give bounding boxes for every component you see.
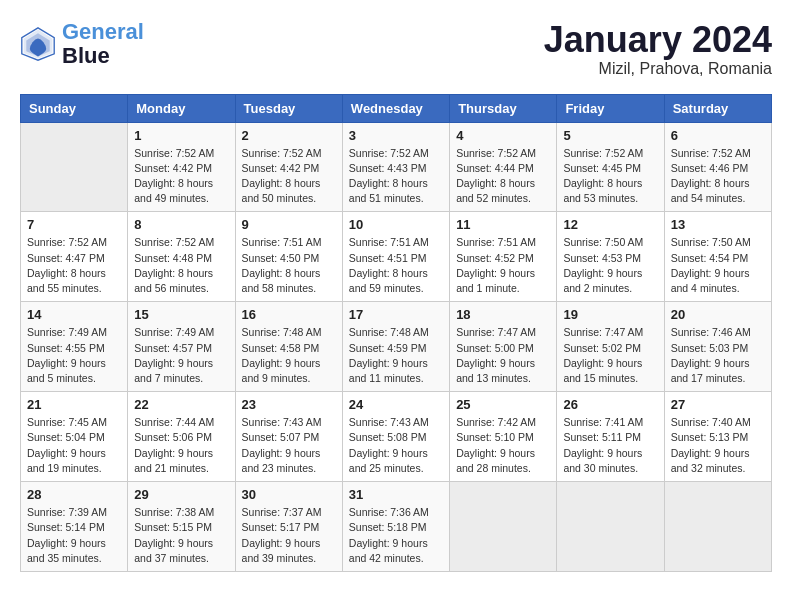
day-info: Sunrise: 7:46 AMSunset: 5:03 PMDaylight:…: [671, 325, 765, 386]
calendar-cell: 31Sunrise: 7:36 AMSunset: 5:18 PMDayligh…: [342, 482, 449, 572]
day-info: Sunrise: 7:52 AMSunset: 4:47 PMDaylight:…: [27, 235, 121, 296]
calendar-cell: 23Sunrise: 7:43 AMSunset: 5:07 PMDayligh…: [235, 392, 342, 482]
weekday-header-sunday: Sunday: [21, 94, 128, 122]
page-header: GeneralBlue January 2024 Mizil, Prahova,…: [20, 20, 772, 78]
calendar-cell: 14Sunrise: 7:49 AMSunset: 4:55 PMDayligh…: [21, 302, 128, 392]
calendar-cell: 4Sunrise: 7:52 AMSunset: 4:44 PMDaylight…: [450, 122, 557, 212]
day-info: Sunrise: 7:38 AMSunset: 5:15 PMDaylight:…: [134, 505, 228, 566]
day-number: 3: [349, 128, 443, 143]
day-number: 12: [563, 217, 657, 232]
day-number: 10: [349, 217, 443, 232]
calendar-week-row: 7Sunrise: 7:52 AMSunset: 4:47 PMDaylight…: [21, 212, 772, 302]
weekday-header-tuesday: Tuesday: [235, 94, 342, 122]
day-number: 15: [134, 307, 228, 322]
day-info: Sunrise: 7:52 AMSunset: 4:46 PMDaylight:…: [671, 146, 765, 207]
day-info: Sunrise: 7:43 AMSunset: 5:07 PMDaylight:…: [242, 415, 336, 476]
calendar-cell: 21Sunrise: 7:45 AMSunset: 5:04 PMDayligh…: [21, 392, 128, 482]
weekday-header-wednesday: Wednesday: [342, 94, 449, 122]
calendar-cell: 27Sunrise: 7:40 AMSunset: 5:13 PMDayligh…: [664, 392, 771, 482]
calendar-cell: 20Sunrise: 7:46 AMSunset: 5:03 PMDayligh…: [664, 302, 771, 392]
calendar-cell: 13Sunrise: 7:50 AMSunset: 4:54 PMDayligh…: [664, 212, 771, 302]
day-number: 13: [671, 217, 765, 232]
calendar-week-row: 21Sunrise: 7:45 AMSunset: 5:04 PMDayligh…: [21, 392, 772, 482]
day-info: Sunrise: 7:52 AMSunset: 4:42 PMDaylight:…: [134, 146, 228, 207]
day-info: Sunrise: 7:51 AMSunset: 4:52 PMDaylight:…: [456, 235, 550, 296]
day-number: 31: [349, 487, 443, 502]
day-info: Sunrise: 7:51 AMSunset: 4:50 PMDaylight:…: [242, 235, 336, 296]
calendar-cell: 17Sunrise: 7:48 AMSunset: 4:59 PMDayligh…: [342, 302, 449, 392]
weekday-header-friday: Friday: [557, 94, 664, 122]
day-info: Sunrise: 7:49 AMSunset: 4:55 PMDaylight:…: [27, 325, 121, 386]
calendar-cell: 19Sunrise: 7:47 AMSunset: 5:02 PMDayligh…: [557, 302, 664, 392]
day-info: Sunrise: 7:36 AMSunset: 5:18 PMDaylight:…: [349, 505, 443, 566]
day-number: 29: [134, 487, 228, 502]
weekday-header-row: SundayMondayTuesdayWednesdayThursdayFrid…: [21, 94, 772, 122]
day-number: 27: [671, 397, 765, 412]
weekday-header-saturday: Saturday: [664, 94, 771, 122]
day-number: 18: [456, 307, 550, 322]
day-info: Sunrise: 7:47 AMSunset: 5:02 PMDaylight:…: [563, 325, 657, 386]
logo-icon: [20, 26, 56, 62]
calendar-table: SundayMondayTuesdayWednesdayThursdayFrid…: [20, 94, 772, 572]
calendar-cell: 29Sunrise: 7:38 AMSunset: 5:15 PMDayligh…: [128, 482, 235, 572]
calendar-cell: 6Sunrise: 7:52 AMSunset: 4:46 PMDaylight…: [664, 122, 771, 212]
calendar-cell: 25Sunrise: 7:42 AMSunset: 5:10 PMDayligh…: [450, 392, 557, 482]
day-info: Sunrise: 7:48 AMSunset: 4:59 PMDaylight:…: [349, 325, 443, 386]
day-info: Sunrise: 7:49 AMSunset: 4:57 PMDaylight:…: [134, 325, 228, 386]
calendar-cell: 15Sunrise: 7:49 AMSunset: 4:57 PMDayligh…: [128, 302, 235, 392]
day-number: 23: [242, 397, 336, 412]
day-number: 28: [27, 487, 121, 502]
day-number: 26: [563, 397, 657, 412]
day-number: 21: [27, 397, 121, 412]
day-number: 9: [242, 217, 336, 232]
calendar-cell: 26Sunrise: 7:41 AMSunset: 5:11 PMDayligh…: [557, 392, 664, 482]
day-number: 17: [349, 307, 443, 322]
day-info: Sunrise: 7:48 AMSunset: 4:58 PMDaylight:…: [242, 325, 336, 386]
calendar-cell: 10Sunrise: 7:51 AMSunset: 4:51 PMDayligh…: [342, 212, 449, 302]
day-info: Sunrise: 7:50 AMSunset: 4:54 PMDaylight:…: [671, 235, 765, 296]
day-info: Sunrise: 7:52 AMSunset: 4:44 PMDaylight:…: [456, 146, 550, 207]
day-number: 16: [242, 307, 336, 322]
calendar-cell: 22Sunrise: 7:44 AMSunset: 5:06 PMDayligh…: [128, 392, 235, 482]
day-info: Sunrise: 7:44 AMSunset: 5:06 PMDaylight:…: [134, 415, 228, 476]
day-number: 11: [456, 217, 550, 232]
calendar-week-row: 28Sunrise: 7:39 AMSunset: 5:14 PMDayligh…: [21, 482, 772, 572]
calendar-cell: 28Sunrise: 7:39 AMSunset: 5:14 PMDayligh…: [21, 482, 128, 572]
day-info: Sunrise: 7:39 AMSunset: 5:14 PMDaylight:…: [27, 505, 121, 566]
calendar-cell: 2Sunrise: 7:52 AMSunset: 4:42 PMDaylight…: [235, 122, 342, 212]
day-info: Sunrise: 7:51 AMSunset: 4:51 PMDaylight:…: [349, 235, 443, 296]
day-number: 2: [242, 128, 336, 143]
day-number: 7: [27, 217, 121, 232]
calendar-cell: 24Sunrise: 7:43 AMSunset: 5:08 PMDayligh…: [342, 392, 449, 482]
calendar-week-row: 1Sunrise: 7:52 AMSunset: 4:42 PMDaylight…: [21, 122, 772, 212]
calendar-cell: 30Sunrise: 7:37 AMSunset: 5:17 PMDayligh…: [235, 482, 342, 572]
day-number: 1: [134, 128, 228, 143]
day-info: Sunrise: 7:45 AMSunset: 5:04 PMDaylight:…: [27, 415, 121, 476]
calendar-cell: [21, 122, 128, 212]
calendar-title: January 2024: [544, 20, 772, 60]
day-info: Sunrise: 7:50 AMSunset: 4:53 PMDaylight:…: [563, 235, 657, 296]
day-info: Sunrise: 7:42 AMSunset: 5:10 PMDaylight:…: [456, 415, 550, 476]
calendar-cell: [450, 482, 557, 572]
day-info: Sunrise: 7:47 AMSunset: 5:00 PMDaylight:…: [456, 325, 550, 386]
calendar-subtitle: Mizil, Prahova, Romania: [544, 60, 772, 78]
day-number: 22: [134, 397, 228, 412]
day-number: 8: [134, 217, 228, 232]
calendar-cell: 1Sunrise: 7:52 AMSunset: 4:42 PMDaylight…: [128, 122, 235, 212]
calendar-cell: 9Sunrise: 7:51 AMSunset: 4:50 PMDaylight…: [235, 212, 342, 302]
calendar-cell: 3Sunrise: 7:52 AMSunset: 4:43 PMDaylight…: [342, 122, 449, 212]
calendar-cell: 12Sunrise: 7:50 AMSunset: 4:53 PMDayligh…: [557, 212, 664, 302]
calendar-cell: 8Sunrise: 7:52 AMSunset: 4:48 PMDaylight…: [128, 212, 235, 302]
calendar-cell: 11Sunrise: 7:51 AMSunset: 4:52 PMDayligh…: [450, 212, 557, 302]
day-number: 4: [456, 128, 550, 143]
calendar-week-row: 14Sunrise: 7:49 AMSunset: 4:55 PMDayligh…: [21, 302, 772, 392]
day-number: 24: [349, 397, 443, 412]
day-number: 14: [27, 307, 121, 322]
title-block: January 2024 Mizil, Prahova, Romania: [544, 20, 772, 78]
weekday-header-monday: Monday: [128, 94, 235, 122]
day-info: Sunrise: 7:40 AMSunset: 5:13 PMDaylight:…: [671, 415, 765, 476]
day-info: Sunrise: 7:41 AMSunset: 5:11 PMDaylight:…: [563, 415, 657, 476]
calendar-cell: 16Sunrise: 7:48 AMSunset: 4:58 PMDayligh…: [235, 302, 342, 392]
day-info: Sunrise: 7:52 AMSunset: 4:48 PMDaylight:…: [134, 235, 228, 296]
day-number: 25: [456, 397, 550, 412]
